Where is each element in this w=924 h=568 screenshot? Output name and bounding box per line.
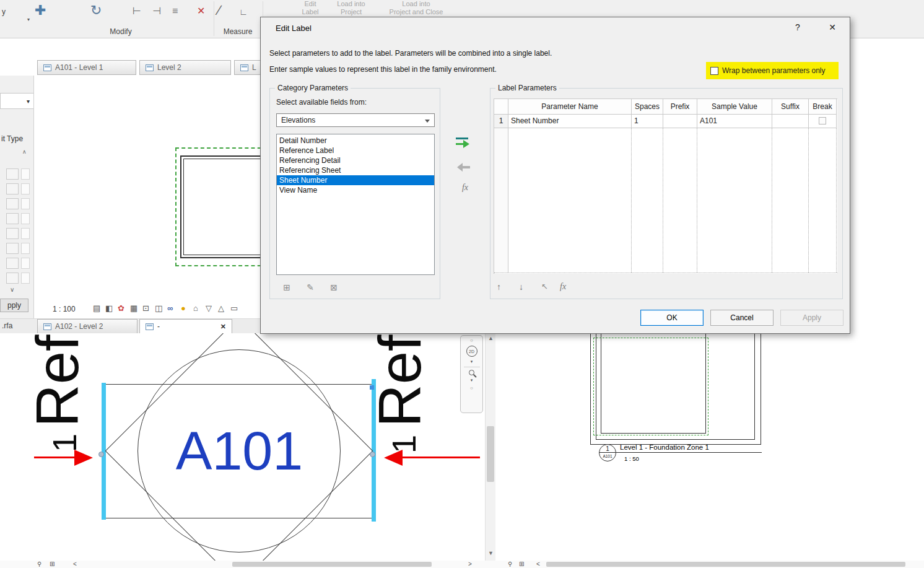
row-number-cell[interactable]: 1	[494, 115, 508, 128]
view-tab-a102-level-2[interactable]: A102 - Level 2	[37, 319, 137, 334]
prefix-cell[interactable]	[663, 115, 697, 128]
sheet-grid-icon[interactable]: ⊞	[519, 561, 524, 568]
remove-parameter-from-label-button[interactable]	[455, 162, 473, 177]
steering-wheel-icon[interactable]: 2D	[466, 346, 477, 357]
property-cell[interactable]	[21, 258, 30, 269]
wrap-checkbox[interactable]	[710, 67, 718, 75]
edit-type-label[interactable]: it Type	[1, 134, 23, 143]
drawing-area-top[interactable]	[34, 76, 260, 300]
property-row[interactable]	[6, 183, 19, 194]
remove-formula-icon[interactable]: fx	[560, 282, 566, 292]
add-parameter-to-label-button[interactable]	[454, 136, 471, 151]
column-header[interactable]: Parameter Name	[508, 99, 632, 115]
rotate-icon[interactable]: ↻	[90, 4, 102, 17]
chevron-down-icon[interactable]: ▾	[471, 378, 473, 383]
sample-value-cell[interactable]: A101	[697, 115, 772, 128]
property-row[interactable]	[6, 213, 19, 224]
column-header[interactable]: Prefix	[663, 99, 697, 115]
analysis-display-icon[interactable]: △	[218, 304, 224, 312]
crop-view-icon[interactable]: ⊡	[142, 304, 149, 312]
shadows-icon[interactable]: ▦	[130, 304, 137, 312]
collapse-down-icon[interactable]: ∨	[10, 286, 14, 293]
field-option[interactable]: View Name	[277, 185, 434, 195]
view-tab-a101-level-1[interactable]: A101 - Level 1	[37, 60, 136, 75]
delete-icon[interactable]: ✕	[197, 6, 205, 16]
property-cell[interactable]	[21, 198, 30, 209]
field-option[interactable]: Detail Number	[277, 136, 434, 146]
column-header[interactable]: Sample Value	[697, 99, 772, 115]
crop-visibility-icon[interactable]: ◫	[155, 304, 162, 312]
scroll-right-icon[interactable]: >	[468, 561, 472, 568]
column-header[interactable]: Suffix	[772, 99, 809, 115]
field-option-selected[interactable]: Sheet Number	[277, 175, 434, 185]
property-cell[interactable]	[21, 213, 30, 224]
scroll-left-icon[interactable]: <	[536, 561, 540, 568]
constraints-icon[interactable]: ▭	[230, 304, 238, 312]
field-option[interactable]: Reference Label	[277, 146, 434, 155]
view-title[interactable]: Level 1 - Foundation Zone 1	[620, 443, 709, 451]
temporary-hide-icon[interactable]: ∞	[167, 304, 173, 312]
zoom-region-icon[interactable]: ⚲	[508, 561, 512, 568]
sun-path-icon[interactable]: ✿	[118, 304, 124, 312]
property-row[interactable]	[6, 168, 19, 180]
property-cell[interactable]	[21, 228, 30, 239]
property-cell[interactable]	[21, 183, 30, 194]
property-row[interactable]	[6, 273, 19, 284]
chevron-down-icon[interactable]: ▾	[27, 17, 30, 22]
view-tab-active-family[interactable]: - ✕	[139, 319, 232, 334]
project-plan-canvas[interactable]: 1 A101 Level 1 - Foundation Zone 1 1 : 5…	[495, 333, 924, 561]
category-dropdown[interactable]: Elevations	[276, 113, 435, 127]
zoom-icon[interactable]	[469, 370, 474, 375]
visual-style-icon[interactable]: ◧	[105, 304, 113, 312]
available-fields-list[interactable]: Detail Number Reference Label Referencin…	[276, 134, 435, 275]
break-cell[interactable]	[809, 115, 837, 128]
reference-label-right[interactable]: Ref	[367, 333, 432, 434]
edit-label-formula-button[interactable]: fx	[456, 183, 474, 198]
help-icon[interactable]: ?	[788, 22, 807, 32]
detail-level-icon[interactable]: ▤	[93, 304, 100, 312]
sheet-grid-icon[interactable]: ⊞	[50, 561, 54, 568]
scroll-left-icon[interactable]: <	[73, 561, 77, 568]
column-header[interactable]: Break	[809, 99, 837, 115]
view-tab-level-2[interactable]: Level 2	[139, 60, 231, 75]
measure-icon[interactable]: ∕	[218, 4, 220, 17]
scroll-down-icon[interactable]: ▼	[486, 550, 496, 556]
ok-button[interactable]: OK	[640, 310, 704, 326]
column-header[interactable]: Spaces	[632, 99, 663, 115]
delete-parameter-icon[interactable]: ⊠	[326, 281, 342, 294]
move-parameter-down-icon[interactable]: ↓	[519, 282, 523, 292]
move-icon[interactable]: ✚	[35, 4, 46, 17]
temporary-view-properties-icon[interactable]: ▽	[206, 304, 212, 312]
move-parameter-up-icon[interactable]: ↑	[497, 282, 501, 292]
scroll-up-icon[interactable]: ▲	[486, 335, 496, 341]
property-cell[interactable]	[21, 273, 30, 284]
field-option[interactable]: Referencing Detail	[277, 155, 434, 165]
table-row[interactable]: 1 Sheet Number 1 A101	[494, 115, 837, 128]
view-scale[interactable]: 1 : 100	[53, 305, 76, 313]
property-row[interactable]	[6, 243, 19, 254]
close-icon[interactable]: ✕	[823, 22, 842, 32]
close-view-icon[interactable]: ✕	[220, 323, 226, 331]
collapse-up-icon[interactable]: ∧	[22, 149, 27, 155]
break-checkbox[interactable]	[819, 117, 826, 125]
chevron-down-icon[interactable]: ▾	[27, 98, 30, 105]
spaces-cell[interactable]: 1	[632, 115, 663, 128]
edit-parameter-icon[interactable]: ✎	[302, 281, 318, 294]
align-stack-icon[interactable]: ≡	[172, 6, 178, 16]
zoom-region-icon[interactable]: ⚲	[37, 561, 41, 568]
property-row[interactable]	[6, 258, 19, 269]
property-row[interactable]	[6, 198, 19, 209]
new-parameter-icon[interactable]: ⊞	[279, 281, 295, 294]
align-left-icon[interactable]: ⊢	[133, 6, 141, 16]
property-row[interactable]	[6, 228, 19, 239]
field-option[interactable]: Referencing Sheet	[277, 165, 434, 175]
pick-parameter-icon[interactable]: ↖	[541, 282, 548, 291]
worksharing-display-icon[interactable]: ⌂	[193, 304, 198, 312]
apply-button-fragment[interactable]: pply	[0, 299, 28, 312]
wrap-between-parameters-option[interactable]: Wrap between parameters only	[706, 62, 839, 79]
grip-left[interactable]	[98, 452, 104, 457]
reference-label-left[interactable]: Ref	[34, 333, 90, 434]
scrollbar-thumb[interactable]	[546, 562, 905, 567]
vertical-scrollbar[interactable]: ▲ ▼	[485, 333, 495, 561]
reveal-hidden-icon[interactable]: ●	[181, 304, 186, 312]
